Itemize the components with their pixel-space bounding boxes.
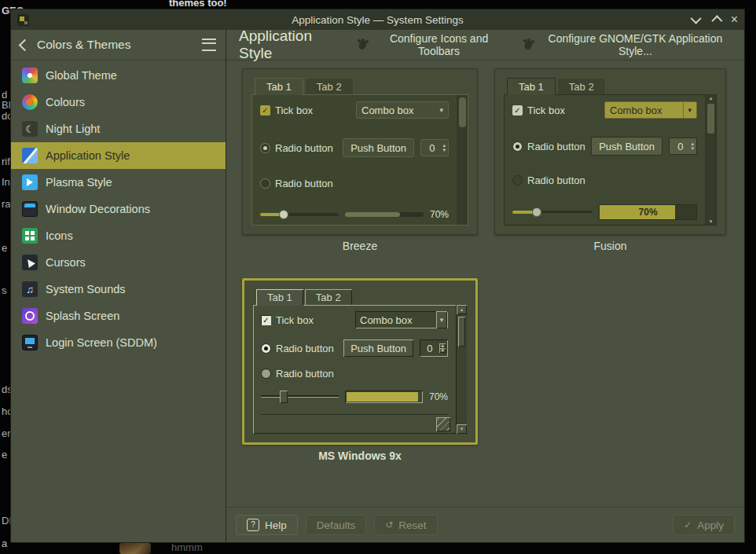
login-screen-icon	[22, 335, 38, 350]
system-settings-window: Application Style — System Settings × Co…	[11, 9, 744, 542]
back-icon[interactable]	[19, 39, 31, 51]
help-label: Help	[265, 519, 287, 531]
sidebar-item-label: Cursors	[46, 256, 86, 269]
progress-label: 70%	[429, 391, 448, 402]
chat-message: hmmm	[171, 541, 203, 553]
preview-combobox: Combo box▾	[355, 311, 448, 328]
background-text: a	[2, 537, 7, 549]
help-icon: ?	[247, 519, 259, 531]
window-decorations-icon	[22, 201, 38, 217]
sidebar-item-splash-screen[interactable]: Splash Screen	[11, 303, 226, 329]
preview-tab: Tab 1	[255, 78, 303, 95]
preview-tab: Tab 2	[557, 78, 606, 95]
sidebar-item-plasma-style[interactable]: Plasma Style	[11, 169, 226, 196]
application-style-icon	[22, 148, 38, 163]
slider-handle-icon	[279, 210, 288, 219]
sidebar-item-label: Icons	[46, 229, 73, 242]
close-button[interactable]: ×	[731, 13, 738, 26]
checkbox-icon: ✓	[260, 105, 270, 116]
help-button[interactable]: ? Help	[236, 515, 298, 535]
defaults-button[interactable]: Defaults	[306, 515, 367, 535]
reset-button[interactable]: ↺ Reset	[374, 515, 437, 535]
sidebar-item-application-style[interactable]: Application Style	[11, 142, 226, 169]
style-card-fusion[interactable]: Tab 1 Tab 2 ✓ Tick bo	[494, 68, 726, 235]
sidebar-item-night-light[interactable]: ☾ Night Light	[11, 116, 226, 142]
toolbar-button-label: Configure GNOME/GTK Application Style...	[541, 32, 730, 57]
preview-scrollbar: ▴▾	[705, 95, 716, 225]
radio-label: Radio button	[276, 368, 334, 380]
sidebar-item-label: Application Style	[46, 149, 130, 162]
preview-tab: Tab 2	[305, 78, 354, 95]
sidebar-item-login-screen[interactable]: Login Screen (SDDM)	[11, 329, 226, 356]
sidebar-item-label: Plasma Style	[46, 176, 112, 189]
sidebar-item-window-decorations[interactable]: Window Decorations	[11, 196, 226, 222]
chevron-up-icon	[711, 15, 722, 26]
chat-avatar	[119, 543, 151, 554]
preview-push-button: Push Button	[343, 138, 414, 157]
main-panel: Application Style Configure Icons and To…	[226, 30, 744, 542]
apply-button[interactable]: ✓ Apply	[673, 515, 735, 535]
background-text: s	[2, 284, 7, 296]
menu-icon[interactable]	[202, 39, 216, 51]
style-option-ms-windows-9x: Tab 1 Tab 2 ✓ Tick bo	[242, 278, 478, 462]
preview-slider	[260, 209, 339, 220]
style-name-breeze: Breeze	[242, 240, 478, 252]
radio-label: Radio button	[527, 174, 585, 186]
preview-radio-off: Radio button	[512, 174, 697, 186]
preview-progressbar	[345, 212, 424, 217]
style-option-fusion: Tab 1 Tab 2 ✓ Tick bo	[494, 68, 726, 252]
desktop: themes too! GEC d Bl do rif Inc rag e s …	[0, 0, 756, 554]
style-card-breeze[interactable]: Tab 1 Tab 2 ✓ Tick bo	[242, 68, 478, 235]
sidebar-item-cursors[interactable]: Cursors	[11, 249, 226, 276]
main-header: Application Style Configure Icons and To…	[226, 30, 744, 61]
reset-icon: ↺	[385, 520, 393, 530]
minimize-button[interactable]	[693, 13, 701, 27]
preview-spinbox: 0 ▴▾	[420, 339, 448, 357]
preview-tab: Tab 2	[305, 289, 352, 306]
chevron-down-icon: ▾	[439, 106, 443, 114]
chevron-down-icon	[690, 13, 701, 24]
cursors-icon	[22, 255, 38, 270]
preview-spinbox: 0 ▴▾	[420, 139, 449, 156]
sidebar-item-label: Window Decorations	[46, 203, 150, 215]
radio-label: Radio button	[275, 142, 333, 154]
preview-spinbox: 0 ▴▾	[669, 138, 697, 155]
sidebar-item-label: Night Light	[46, 123, 100, 135]
style-option-breeze: Tab 1 Tab 2 ✓ Tick bo	[242, 68, 478, 252]
progress-label: 70%	[430, 209, 449, 220]
checkbox-icon: ✓	[512, 105, 523, 116]
global-theme-icon	[22, 68, 38, 83]
titlebar[interactable]: Application Style — System Settings ×	[11, 9, 744, 30]
radio-icon	[260, 143, 270, 153]
sidebar: Colors & Themes Global Theme Colours ☾ N…	[11, 30, 226, 542]
radio-icon	[261, 369, 271, 379]
preview-checkbox: ✓ Tick box	[512, 105, 598, 116]
sidebar-item-label: Splash Screen	[46, 310, 119, 322]
spinbox-arrows-icon: ▴▾	[442, 143, 448, 152]
preview-checkbox: ✓ Tick box	[261, 314, 349, 326]
preview-scrollbar	[457, 95, 468, 225]
configure-gnome-gtk-button[interactable]: Configure GNOME/GTK Application Style...	[522, 29, 732, 61]
chevron-down-icon: ▾	[683, 102, 692, 118]
sidebar-item-label: Global Theme	[46, 69, 117, 82]
preview-radio-on: Radio button	[260, 142, 336, 154]
background-text: e	[2, 242, 7, 254]
style-card-ms-windows-9x[interactable]: Tab 1 Tab 2 ✓ Tick bo	[242, 278, 478, 445]
toolbar-button-label: Configure Icons and Toolbars	[375, 32, 503, 57]
background-text: Bl	[2, 99, 11, 111]
page-title: Application Style	[239, 28, 339, 62]
sidebar-item-label: Colours	[46, 96, 85, 108]
preview-slider	[261, 391, 339, 402]
sidebar-item-label: Login Screen (SDDM)	[46, 336, 157, 349]
maximize-button[interactable]	[712, 13, 720, 27]
configure-toolbars-button[interactable]: Configure Icons and Toolbars	[356, 29, 505, 61]
night-light-icon: ☾	[22, 121, 38, 137]
sidebar-item-icons[interactable]: Icons	[11, 222, 226, 249]
radio-icon	[260, 178, 270, 189]
progress-label: 70%	[600, 205, 696, 219]
preview-progressbar: 70%	[599, 204, 697, 220]
sidebar-item-global-theme[interactable]: Global Theme	[11, 62, 226, 89]
sidebar-item-colours[interactable]: Colours	[11, 89, 226, 116]
checkbox-label: Tick box	[275, 105, 313, 116]
sidebar-item-system-sounds[interactable]: ♫ System Sounds	[11, 276, 226, 303]
